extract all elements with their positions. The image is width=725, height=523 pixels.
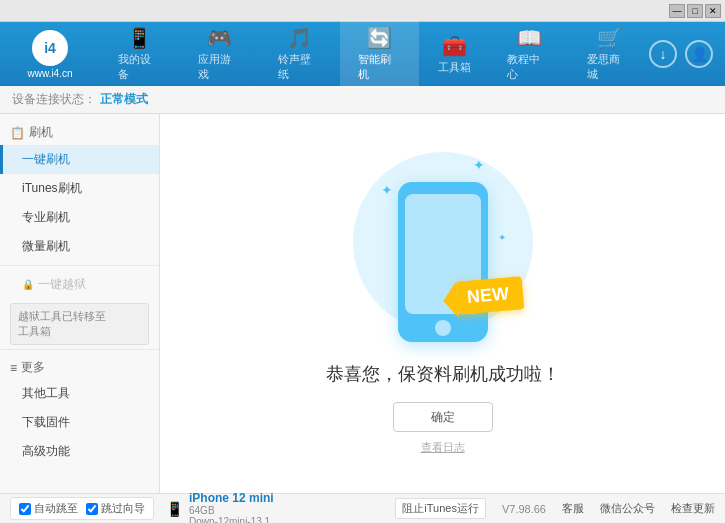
status-value: 正常模式 [100,91,148,108]
info-box-text: 越狱工具已转移至 工具箱 [18,310,106,337]
nav-bar: 📱 我的设备 🎮 应用游戏 🎵 铃声壁纸 🔄 智能刷机 🧰 工具箱 📖 教程中心… [100,20,649,88]
sidebar-section-flash: 📋 刷机 [0,118,159,145]
skip-wizard-checkbox[interactable] [86,503,98,515]
sidebar-info-box: 越狱工具已转移至 工具箱 [10,303,149,345]
nav-label-toolbox: 工具箱 [438,60,471,75]
new-badge: NEW [455,276,524,315]
device-storage: 64GB [189,505,274,516]
nav-item-mall[interactable]: 🛒 爱思商城 [569,20,649,88]
header: i4 www.i4.cn 📱 我的设备 🎮 应用游戏 🎵 铃声壁纸 🔄 智能刷机… [0,22,725,86]
view-log-link[interactable]: 查看日志 [421,440,465,455]
nav-item-toolbox[interactable]: 🧰 工具箱 [419,20,489,88]
sidebar-item-one-click-flash[interactable]: 一键刷机 [0,145,159,174]
version-text: V7.98.66 [502,503,546,515]
confirm-button[interactable]: 确定 [393,402,493,432]
nav-item-ringtones[interactable]: 🎵 铃声壁纸 [260,20,340,88]
sidebar-section-jailbreak: 🔒 一键越狱 [0,270,159,299]
maximize-button[interactable]: □ [687,4,703,18]
lock-icon: 🔒 [22,279,34,290]
logo-subtext: www.i4.cn [27,68,72,79]
checkbox-skip-wizard[interactable]: 跳过向导 [86,501,145,516]
auto-jump-checkbox[interactable] [19,503,31,515]
content-area: ✦ ✦ ✦ NEW 恭喜您，保资料刷机成功啦！ 确定 查看日志 [160,114,725,493]
sparkle-2: ✦ [381,182,393,198]
auto-jump-label: 自动跳至 [34,501,78,516]
nav-right-buttons: ↓ 👤 [649,40,725,68]
customer-service-link[interactable]: 客服 [562,501,584,516]
sidebar-item-pro-flash[interactable]: 专业刷机 [0,203,159,232]
sidebar-item-download-firmware[interactable]: 下载固件 [0,408,159,437]
jailbreak-label: 一键越狱 [38,276,86,293]
phone-shape [398,182,488,342]
title-bar: — □ ✕ [0,0,725,22]
ringtones-icon: 🎵 [287,26,312,50]
sparkle-1: ✦ [473,157,485,173]
sidebar-item-other-tools[interactable]: 其他工具 [0,379,159,408]
device-details: iPhone 12 mini 64GB Down-12mini-13,1 [189,491,274,524]
nav-label-mall: 爱思商城 [587,52,631,82]
nav-label-app-games: 应用游戏 [198,52,242,82]
skip-wizard-label: 跳过向导 [101,501,145,516]
close-button[interactable]: ✕ [705,4,721,18]
success-illustration: ✦ ✦ ✦ NEW [353,152,533,352]
phone-home-button [435,320,451,336]
nav-label-tutorial: 教程中心 [507,52,551,82]
logo-area: i4 www.i4.cn [0,30,100,79]
sidebar-divider-1 [0,265,159,266]
sidebar: 📋 刷机 一键刷机 iTunes刷机 专业刷机 微量刷机 🔒 一键越狱 越狱工具… [0,114,160,493]
nav-item-my-device[interactable]: 📱 我的设备 [100,20,180,88]
wechat-link[interactable]: 微信公众号 [600,501,655,516]
device-icon: 📱 [127,26,152,50]
toolbox-icon: 🧰 [442,34,467,58]
tutorial-icon: 📖 [517,26,542,50]
flash-section-icon: 📋 [10,126,25,140]
user-button[interactable]: 👤 [685,40,713,68]
more-section-icon: ≡ [10,361,17,375]
mall-icon: 🛒 [597,26,622,50]
sidebar-item-itunes-flash[interactable]: iTunes刷机 [0,174,159,203]
sparkle-3: ✦ [498,232,506,243]
status-label: 设备连接状态： [12,91,96,108]
flash-section-label: 刷机 [29,124,53,141]
bottom-status: 阻止iTunes运行 V7.98.66 客服 微信公众号 检查更新 [338,498,715,519]
more-section-label: 更多 [21,359,45,376]
main-layout: 📋 刷机 一键刷机 iTunes刷机 专业刷机 微量刷机 🔒 一键越狱 越狱工具… [0,114,725,493]
nav-item-smart-flash[interactable]: 🔄 智能刷机 [340,20,420,88]
checkbox-area: 自动跳至 跳过向导 [10,497,154,520]
nav-label-ringtones: 铃声壁纸 [278,52,322,82]
logo-icon: i4 [32,30,68,66]
device-phone-icon: 📱 [166,501,183,517]
minimize-button[interactable]: — [669,4,685,18]
sidebar-section-more: ≡ 更多 [0,354,159,379]
sidebar-item-micro-flash[interactable]: 微量刷机 [0,232,159,261]
success-text: 恭喜您，保资料刷机成功啦！ [326,362,560,386]
app-games-icon: 🎮 [207,26,232,50]
checkbox-auto-jump[interactable]: 自动跳至 [19,501,78,516]
sidebar-divider-2 [0,349,159,350]
status-bar: 设备连接状态： 正常模式 [0,86,725,114]
sidebar-item-advanced[interactable]: 高级功能 [0,437,159,466]
nav-item-tutorial[interactable]: 📖 教程中心 [489,20,569,88]
stop-itunes-button[interactable]: 阻止iTunes运行 [395,498,486,519]
nav-item-app-games[interactable]: 🎮 应用游戏 [180,20,260,88]
smart-flash-icon: 🔄 [367,26,392,50]
nav-label-my-device: 我的设备 [118,52,162,82]
device-firmware: Down-12mini-13,1 [189,516,274,524]
device-info-area: 📱 iPhone 12 mini 64GB Down-12mini-13,1 [166,491,326,524]
bottom-bar: 自动跳至 跳过向导 📱 iPhone 12 mini 64GB Down-12m… [0,493,725,523]
nav-label-smart-flash: 智能刷机 [358,52,402,82]
check-update-link[interactable]: 检查更新 [671,501,715,516]
download-button[interactable]: ↓ [649,40,677,68]
